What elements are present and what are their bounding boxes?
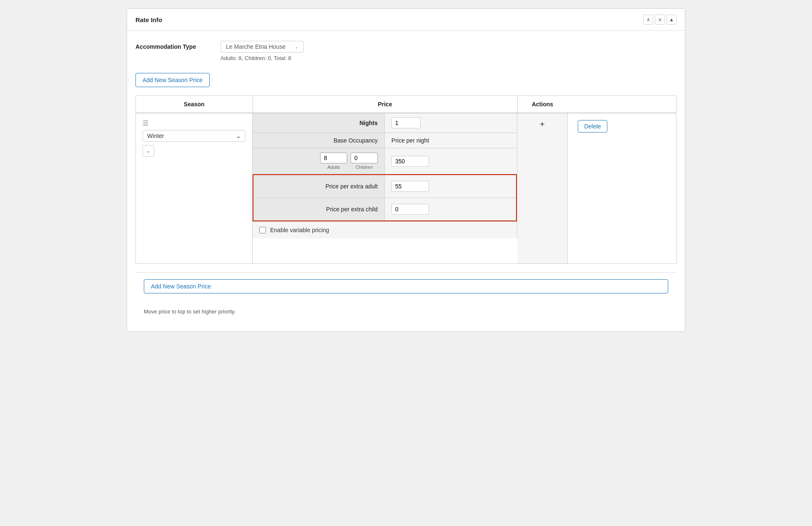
- nights-input[interactable]: [391, 118, 421, 128]
- drag-handle-icon[interactable]: ☰: [143, 120, 246, 127]
- season-expand-button[interactable]: ⌄: [143, 145, 154, 157]
- add-season-price-button-bottom[interactable]: Add New Season Price: [144, 279, 668, 293]
- add-column-button[interactable]: +: [540, 120, 545, 128]
- extra-child-value-cell: [385, 198, 516, 220]
- base-occupancy-inputs-left: Adults Children: [253, 148, 385, 174]
- extra-adult-input[interactable]: [391, 181, 429, 192]
- table-row: ☰ Winter ⌄ ⌄: [136, 113, 677, 264]
- panel-collapse-button[interactable]: ▲: [667, 15, 677, 25]
- bottom-area: Add New Season Price Move price to top t…: [135, 272, 677, 321]
- variable-pricing-checkbox[interactable]: [259, 227, 266, 233]
- col-header-price: Price: [253, 96, 517, 113]
- price-cell: Nights Base Occupancy: [253, 113, 517, 238]
- base-occupancy-label: Base Occupancy: [253, 133, 385, 148]
- accommodation-dropdown-value: Le Marche Etna House: [226, 43, 286, 50]
- panel-body: Accommodation Type Le Marche Etna House …: [127, 31, 685, 331]
- extra-child-label-cell: Price per extra child: [253, 198, 385, 220]
- panel-header-controls: ∧ ∨ ▲: [643, 15, 677, 25]
- footer-note: Move price to top to set higher priority…: [144, 308, 668, 315]
- extra-adult-label-cell: Price per extra adult: [253, 175, 385, 198]
- chevron-down-icon: ⌄: [236, 133, 241, 139]
- price-per-night-label-cell: Price per night: [385, 133, 517, 148]
- extra-adult-row: Price per extra adult: [253, 175, 516, 198]
- extra-adult-value-cell: [385, 175, 516, 198]
- children-label: Children: [356, 165, 373, 170]
- actions-cell: Delete: [568, 113, 618, 139]
- adults-input-group: Adults: [320, 153, 347, 170]
- rate-info-panel: Rate Info ∧ ∨ ▲ Accommodation Type Le Ma…: [127, 8, 685, 332]
- price-per-night-label: Price per night: [391, 137, 429, 144]
- season-dropdown[interactable]: Winter ⌄: [143, 130, 246, 142]
- delete-button[interactable]: Delete: [578, 120, 607, 133]
- accommodation-meta: Adults: 8, Children: 0, Total: 8: [221, 55, 304, 61]
- col-header-season: Season: [136, 96, 253, 113]
- seasons-table: Season Price Actions ☰ Winter ⌄ ⌄: [135, 95, 677, 264]
- adults-input[interactable]: [320, 153, 347, 163]
- panel-header: Rate Info ∧ ∨ ▲: [127, 9, 685, 31]
- nights-row: Nights: [253, 113, 517, 133]
- plus-cell-td: +: [517, 113, 567, 264]
- extra-child-row: Price per extra child: [253, 198, 516, 220]
- accommodation-type-row: Accommodation Type Le Marche Etna House …: [135, 41, 677, 61]
- extra-child-input[interactable]: [391, 204, 429, 215]
- season-cell-td: ☰ Winter ⌄ ⌄: [136, 113, 253, 264]
- children-input-group: Children: [351, 153, 378, 170]
- panel-down-button[interactable]: ∨: [655, 15, 665, 25]
- panel-up-button[interactable]: ∧: [643, 15, 653, 25]
- variable-pricing-label: Enable variable pricing: [270, 227, 329, 233]
- add-season-price-button-top[interactable]: Add New Season Price: [135, 73, 210, 87]
- base-occupancy-inputs-right: [385, 148, 517, 174]
- price-cell-td: Nights Base Occupancy: [253, 113, 517, 264]
- base-occupancy-header-row: Base Occupancy Price per night: [253, 133, 517, 148]
- col-header-actions: Actions: [517, 96, 567, 113]
- base-occupancy-inputs-row: Adults Children: [253, 148, 517, 174]
- nights-value-cell: [385, 113, 517, 133]
- chevron-down-icon: ⌄: [295, 44, 298, 50]
- accommodation-type-label: Accommodation Type: [135, 41, 211, 50]
- accommodation-type-dropdown[interactable]: Le Marche Etna House ⌄: [221, 41, 304, 53]
- actions-cell-td: Delete: [567, 113, 676, 264]
- children-input[interactable]: [351, 153, 378, 163]
- season-cell: ☰ Winter ⌄ ⌄: [136, 113, 253, 263]
- price-per-night-input[interactable]: [391, 156, 429, 167]
- adults-label: Adults: [327, 165, 340, 170]
- panel-title: Rate Info: [135, 16, 162, 23]
- extra-pricing-section: Price per extra adult Price per: [253, 174, 517, 221]
- season-dropdown-value: Winter: [147, 133, 164, 139]
- variable-pricing-row: Enable variable pricing: [253, 221, 517, 238]
- accommodation-details: Le Marche Etna House ⌄ Adults: 8, Childr…: [221, 41, 304, 61]
- nights-label: Nights: [253, 113, 385, 133]
